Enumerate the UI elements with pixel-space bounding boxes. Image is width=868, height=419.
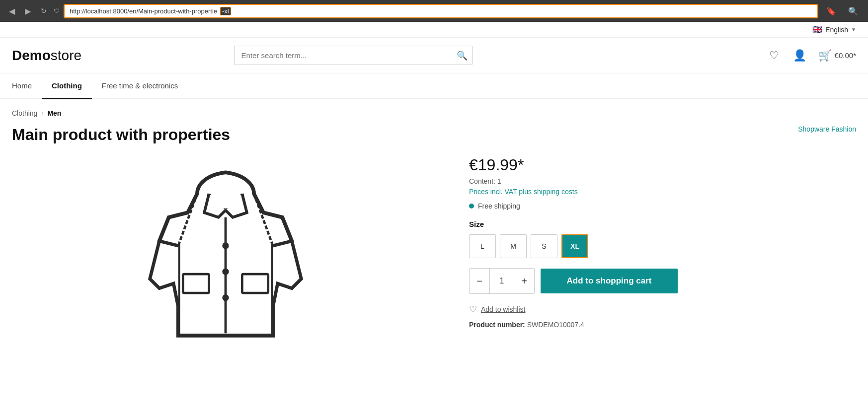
product-number: Product number: SWDEMO10007.4	[469, 321, 678, 329]
back-button[interactable]: ◀	[6, 4, 18, 18]
nav-item-home[interactable]: Home	[12, 73, 42, 99]
url-highlight: -xl	[220, 7, 231, 15]
svg-point-1	[222, 243, 229, 249]
logo-bold: Demo	[12, 48, 51, 63]
nav-item-free-time[interactable]: Free time & electronics	[92, 73, 188, 99]
product-image	[131, 156, 320, 354]
size-option-s[interactable]: S	[531, 234, 557, 258]
browser-chrome: ◀ ▶ ↻ 🛡 http://localhost:8000/en/Main-pr…	[0, 0, 868, 22]
logo[interactable]: Demostore	[12, 48, 81, 64]
product-image-area	[12, 156, 439, 354]
search-bar: 🔍	[234, 46, 473, 65]
header-actions: ♡ 👤 🛒 €0.00*	[767, 47, 856, 64]
wishlist-heart-icon: ♡	[469, 304, 477, 315]
cart-button[interactable]: 🛒 €0.00*	[818, 49, 856, 62]
quantity-increase-button[interactable]: +	[514, 269, 534, 293]
free-shipping-label: Free shipping	[478, 202, 520, 210]
shield-icon: 🛡	[54, 7, 60, 14]
forward-button[interactable]: ▶	[22, 4, 34, 18]
bookmark-button[interactable]: 🔖	[822, 4, 840, 18]
heart-icon: ♡	[769, 49, 779, 62]
product-number-label: Product number:	[469, 321, 525, 329]
product-header: Main product with properties Shopware Fa…	[12, 125, 856, 144]
browser-search-button[interactable]: 🔍	[844, 4, 862, 18]
shipping-dot-icon	[469, 204, 474, 209]
wishlist-row[interactable]: ♡ Add to wishlist	[469, 304, 678, 315]
size-options: L M S XL	[469, 234, 678, 258]
cart-price: €0.00*	[835, 51, 856, 60]
size-label: Size	[469, 220, 678, 228]
nav-item-clothing[interactable]: Clothing	[42, 73, 92, 99]
product-details: €19.99* Content: 1 Prices incl. VAT plus…	[469, 156, 678, 354]
breadcrumb-current[interactable]: Men	[47, 109, 61, 117]
product-title: Main product with properties	[12, 125, 230, 144]
size-option-m[interactable]: M	[500, 234, 527, 258]
quantity-decrease-button[interactable]: −	[470, 269, 489, 293]
search-icon[interactable]: 🔍	[457, 50, 468, 61]
breadcrumb-separator: ›	[41, 110, 43, 117]
language-bar: 🇬🇧 English ▼	[0, 22, 868, 38]
svg-rect-5	[242, 274, 268, 293]
flag-icon: 🇬🇧	[812, 25, 822, 34]
search-input[interactable]	[234, 46, 473, 65]
svg-point-2	[222, 269, 229, 275]
main-nav: Home Clothing Free time & electronics	[0, 73, 868, 99]
product-layout: €19.99* Content: 1 Prices incl. VAT plus…	[12, 156, 856, 354]
size-option-xl[interactable]: XL	[561, 234, 588, 258]
reload-button[interactable]: ↻	[38, 5, 50, 17]
add-to-cart-button[interactable]: Add to shopping cart	[541, 269, 678, 293]
account-icon: 👤	[793, 49, 806, 62]
site-header: Demostore 🔍 ♡ 👤 🛒 €0.00*	[0, 38, 868, 73]
size-option-l[interactable]: L	[469, 234, 496, 258]
chevron-down-icon: ▼	[851, 27, 856, 32]
product-price: €19.99*	[469, 156, 678, 174]
logo-light: store	[51, 48, 81, 63]
quantity-value: 1	[489, 269, 514, 293]
cart-icon: 🛒	[818, 49, 832, 62]
content-text: Content: 1	[469, 177, 678, 185]
account-button[interactable]: 👤	[791, 47, 808, 64]
quantity-cart-row: − 1 + Add to shopping cart	[469, 268, 678, 294]
url-bar[interactable]: http://localhost:8000/en/Main-product-wi…	[64, 4, 818, 18]
url-text: http://localhost:8000/en/Main-product-wi…	[70, 7, 217, 15]
product-number-value: SWDEMO10007.4	[527, 321, 584, 329]
manufacturer-link[interactable]: Shopware Fashion	[798, 125, 856, 133]
main-content: Clothing › Men Main product with propert…	[0, 99, 868, 364]
wishlist-link[interactable]: Add to wishlist	[481, 305, 525, 313]
language-selector[interactable]: 🇬🇧 English ▼	[812, 25, 856, 34]
svg-rect-4	[183, 274, 209, 293]
quantity-stepper: − 1 +	[469, 268, 535, 294]
language-label: English	[825, 26, 848, 34]
vat-link[interactable]: Prices incl. VAT plus shipping costs	[469, 188, 578, 196]
svg-point-3	[222, 294, 229, 301]
breadcrumb: Clothing › Men	[12, 109, 856, 117]
free-shipping-row: Free shipping	[469, 202, 678, 210]
breadcrumb-parent[interactable]: Clothing	[12, 109, 37, 117]
wishlist-button[interactable]: ♡	[767, 47, 781, 64]
